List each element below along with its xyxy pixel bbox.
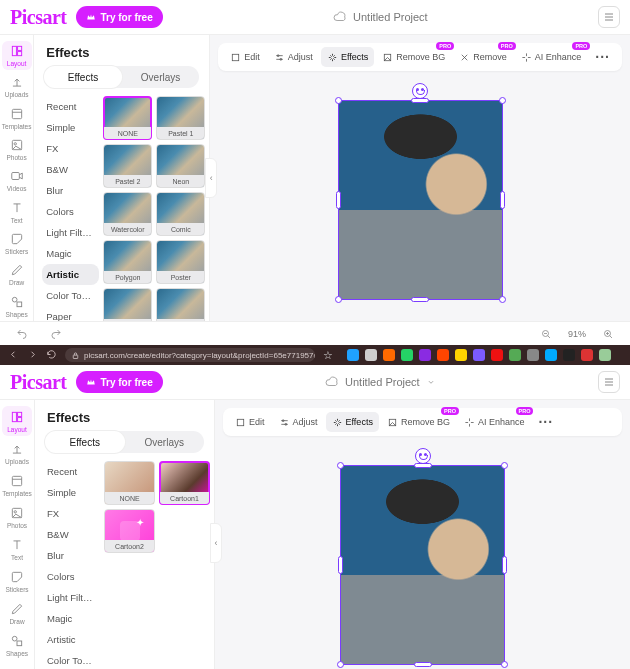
tool-edit[interactable]: Edit [229, 412, 271, 432]
rail-item-uploads[interactable]: Uploads [2, 438, 32, 468]
header-menu-button[interactable] [598, 371, 620, 393]
cat-recent[interactable]: Recent [42, 96, 99, 117]
tool-ai-enhance[interactable]: AI EnhancePRO [458, 412, 531, 432]
thumb-cartoon2[interactable]: Cartoon2 [104, 509, 155, 553]
smiley-icon[interactable] [415, 448, 431, 464]
zoom-out-button[interactable] [534, 324, 558, 344]
rail-item-photos[interactable]: Photos [2, 502, 32, 532]
undo-button[interactable] [10, 324, 34, 344]
cat-bw[interactable]: B&W [43, 524, 100, 545]
thumb-cartoon1[interactable]: Cartoon1 [159, 461, 210, 505]
resize-handle-br[interactable] [501, 661, 508, 668]
rail-item-layout[interactable]: Layout [2, 406, 32, 436]
browser-extension-icon[interactable] [437, 349, 449, 361]
thumb-neon[interactable]: Neon [156, 144, 205, 188]
resize-handle-tr[interactable] [499, 97, 506, 104]
browser-forward-button[interactable] [27, 349, 38, 362]
thumb-extra-1[interactable] [103, 288, 152, 321]
cat-blur[interactable]: Blur [42, 180, 99, 201]
zoom-in-button[interactable] [596, 324, 620, 344]
rail-item-draw[interactable]: Draw [2, 260, 32, 289]
try-for-free-button[interactable]: Try for free [76, 6, 162, 28]
cat-light-filters[interactable]: Light Filters [43, 587, 100, 608]
cat-simple[interactable]: Simple [43, 482, 100, 503]
rail-item-stickers[interactable]: Stickers [2, 566, 32, 596]
effect-category-list[interactable]: Recent Simple FX B&W Blur Colors Light F… [34, 94, 99, 321]
redo-button[interactable] [44, 324, 68, 344]
browser-extension-icon[interactable] [545, 349, 557, 361]
tool-remove-bg[interactable]: Remove BGPRO [381, 412, 456, 432]
resize-handle-bl[interactable] [337, 661, 344, 668]
thumb-extra-2[interactable] [156, 288, 205, 321]
resize-edge-left[interactable] [336, 191, 341, 209]
browser-extension-icon[interactable] [401, 349, 413, 361]
tool-more[interactable]: ··· [532, 412, 559, 432]
project-title-area[interactable]: Untitled Project [163, 375, 598, 389]
cat-artistic[interactable]: Artistic [42, 264, 99, 285]
tool-effects[interactable]: Effects [326, 412, 379, 432]
tool-edit[interactable]: Edit [224, 47, 266, 67]
resize-edge-bottom[interactable] [414, 662, 432, 667]
thumb-none[interactable]: NONE [104, 461, 155, 505]
tab-effects[interactable]: Effects [44, 66, 122, 88]
tool-effects[interactable]: Effects [321, 47, 374, 67]
rail-item-shapes[interactable]: Shapes [2, 292, 32, 321]
thumb-polygon[interactable]: Polygon [103, 240, 152, 284]
rail-item-layout[interactable]: Layout [2, 41, 32, 70]
selected-image[interactable] [340, 465, 505, 665]
cat-artistic[interactable]: Artistic [43, 629, 100, 650]
resize-edge-top[interactable] [411, 98, 429, 103]
resize-handle-tr[interactable] [501, 462, 508, 469]
bookmark-star-icon[interactable]: ☆ [323, 349, 333, 362]
project-title-area[interactable]: Untitled Project [163, 10, 598, 24]
browser-address-bar[interactable]: picsart.com/create/editor?category=layou… [65, 348, 315, 362]
rail-item-text[interactable]: Text [2, 534, 32, 564]
tool-adjust[interactable]: Adjust [268, 47, 319, 67]
selected-image[interactable] [338, 100, 503, 300]
cat-recent[interactable]: Recent [43, 461, 100, 482]
rail-item-uploads[interactable]: Uploads [2, 72, 32, 101]
thumb-none[interactable]: NONE [103, 96, 152, 140]
browser-reload-button[interactable] [46, 349, 57, 362]
browser-extension-icon[interactable] [365, 349, 377, 361]
tab-overlays[interactable]: Overlays [122, 66, 200, 88]
resize-edge-right[interactable] [502, 556, 507, 574]
rail-item-shapes[interactable]: Shapes [2, 630, 32, 660]
tool-remove[interactable]: RemovePRO [453, 47, 513, 67]
thumb-poster[interactable]: Poster [156, 240, 205, 284]
tab-overlays[interactable]: Overlays [125, 431, 205, 453]
smiley-icon[interactable] [412, 83, 428, 99]
rail-item-templates[interactable]: Templates [2, 470, 32, 500]
tool-adjust[interactable]: Adjust [273, 412, 324, 432]
cat-light-filters[interactable]: Light Filters [42, 222, 99, 243]
cat-magic[interactable]: Magic [43, 608, 100, 629]
tab-effects[interactable]: Effects [45, 431, 125, 453]
resize-edge-top[interactable] [414, 463, 432, 468]
browser-extension-icon[interactable] [581, 349, 593, 361]
cat-blur[interactable]: Blur [43, 545, 100, 566]
effect-thumbs[interactable]: NONE Cartoon1 Cartoon2 [100, 459, 214, 669]
browser-extension-icon[interactable] [509, 349, 521, 361]
cat-bw[interactable]: B&W [42, 159, 99, 180]
browser-extension-icon[interactable] [491, 349, 503, 361]
resize-handle-tl[interactable] [337, 462, 344, 469]
cat-colors[interactable]: Colors [42, 201, 99, 222]
browser-extension-icon[interactable] [419, 349, 431, 361]
browser-extension-icon[interactable] [563, 349, 575, 361]
resize-edge-right[interactable] [500, 191, 505, 209]
rail-item-videos[interactable]: Videos [2, 166, 32, 195]
browser-extension-icon[interactable] [473, 349, 485, 361]
resize-handle-tl[interactable] [335, 97, 342, 104]
rail-item-photos[interactable]: Photos [2, 135, 32, 164]
tool-more[interactable]: ··· [589, 47, 616, 67]
header-menu-button[interactable] [598, 6, 620, 28]
thumb-watercolor[interactable]: Watercolor [103, 192, 152, 236]
rail-item-stickers[interactable]: Stickers [2, 229, 32, 258]
browser-extension-icon[interactable] [455, 349, 467, 361]
cat-colors[interactable]: Colors [43, 566, 100, 587]
thumb-pastel-2[interactable]: Pastel 2 [103, 144, 152, 188]
canvas-stage[interactable] [215, 444, 630, 669]
effect-thumbs[interactable]: NONE Pastel 1 Pastel 2 Neon Watercolor C… [99, 94, 209, 321]
cat-paper[interactable]: Paper [42, 306, 99, 321]
try-for-free-button[interactable]: Try for free [76, 371, 162, 393]
